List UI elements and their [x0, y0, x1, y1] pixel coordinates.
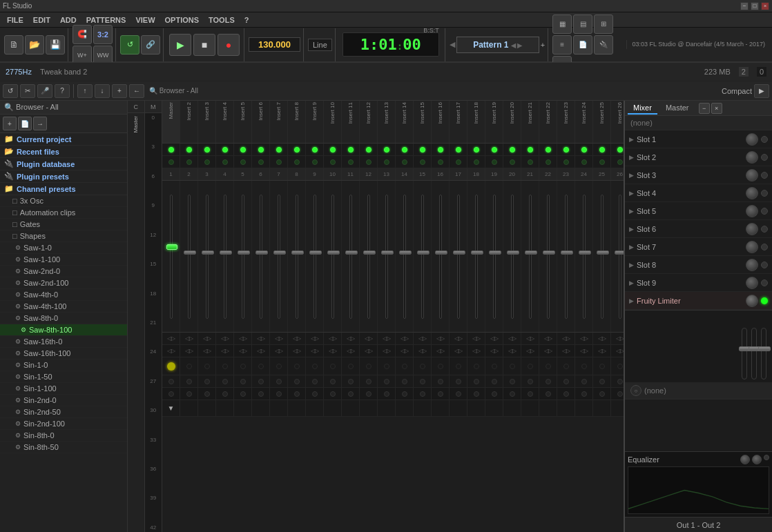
led-cell2-13[interactable] — [378, 156, 396, 168]
fader-strip-15[interactable] — [414, 181, 432, 332]
bottom-led2-23[interactable] — [557, 388, 575, 400]
bottom-led1-13[interactable] — [378, 375, 396, 387]
arrow2-7[interactable]: ◁▷ — [270, 345, 288, 357]
fader-thumb-9[interactable] — [309, 250, 322, 255]
fx-slot-5-led[interactable] — [761, 208, 768, 215]
down-arrow-2[interactable] — [180, 400, 198, 416]
bottom-led2-7[interactable] — [270, 388, 288, 400]
arrow2-24[interactable]: ◁▷ — [575, 345, 593, 357]
panel-minimize-btn[interactable]: − — [699, 103, 710, 114]
fader-thumb-20[interactable] — [507, 250, 519, 255]
fx-slot-none-bottom[interactable]: ○ (none) — [625, 382, 772, 400]
arrow1-15[interactable]: ◁▷ — [414, 333, 432, 344]
fader-3-track[interactable] — [761, 328, 766, 380]
fader-thumb-21[interactable] — [525, 250, 537, 255]
led-cell2-6[interactable] — [252, 156, 270, 168]
fruity-limiter-knob[interactable] — [746, 295, 758, 307]
sidebar-item-saw-16th-100[interactable]: ⚙ Saw-16th-100 — [0, 348, 127, 359]
led-cell2-22[interactable] — [539, 156, 557, 168]
bottom-led1-12[interactable] — [360, 375, 378, 387]
bottom-led1-21[interactable] — [521, 375, 539, 387]
menu-view[interactable]: VIEW — [131, 14, 159, 26]
insert-col-4[interactable]: Insert 4 — [216, 101, 234, 143]
toolbar-icon2[interactable]: ▤ — [573, 14, 592, 34]
led-cell2-24[interactable] — [575, 156, 593, 168]
bottom-led2-5[interactable] — [234, 388, 252, 400]
fader-thumb-16[interactable] — [435, 250, 447, 255]
menu-tools[interactable]: TOOLS — [204, 14, 239, 26]
sidebar-plugin-presets[interactable]: 🔌 Plugin presets — [0, 170, 127, 183]
fader-strip-1[interactable] — [162, 181, 180, 332]
fader-thumb-15[interactable] — [417, 250, 430, 255]
toolbar-new-btn[interactable]: 🗎 — [4, 35, 23, 55]
fx-slot-1[interactable]: ▶ Slot 1 — [625, 130, 772, 148]
sub-tb-scissors[interactable]: ✂ — [20, 84, 35, 98]
indicator-24[interactable] — [575, 357, 593, 375]
arrow1-2[interactable]: ◁▷ — [180, 333, 198, 344]
pattern-prev-btn[interactable]: ◀ — [450, 40, 455, 49]
led-cell-13[interactable] — [378, 144, 396, 155]
led-cell-19[interactable] — [485, 144, 503, 155]
bottom-led2-26[interactable] — [611, 388, 624, 400]
arrow1-4[interactable]: ◁▷ — [216, 333, 234, 344]
bottom-led1-23[interactable] — [557, 375, 575, 387]
fader-strip-5[interactable] — [234, 181, 252, 332]
led-cell-15[interactable] — [414, 144, 432, 155]
fader-3-thumb[interactable] — [758, 346, 771, 351]
fx-slot-5[interactable]: ▶ Slot 5 — [625, 202, 772, 220]
fader-thumb-13[interactable] — [381, 250, 394, 255]
down-arrow-12[interactable] — [360, 400, 378, 416]
bottom-led1-14[interactable] — [396, 375, 414, 387]
indicator-11[interactable] — [342, 357, 360, 375]
down-arrow-7[interactable] — [270, 400, 288, 416]
fx-slot-7-knob[interactable] — [746, 241, 758, 253]
fx-slot-6-led[interactable] — [761, 226, 768, 233]
led-cell-5[interactable] — [234, 144, 252, 155]
indicator-20[interactable] — [503, 357, 521, 375]
led-cell2-2[interactable] — [180, 156, 198, 168]
sidebar-item-saw-4th-100[interactable]: ⚙ Saw-4th-100 — [0, 301, 127, 313]
down-arrow-13[interactable] — [378, 400, 396, 416]
arrow2-11[interactable]: ◁▷ — [342, 345, 360, 357]
led-cell2-18[interactable] — [467, 156, 485, 168]
indicator-8[interactable] — [288, 357, 306, 375]
arrow2-9[interactable]: ◁▷ — [306, 345, 324, 357]
bottom-led1-1[interactable] — [162, 375, 180, 387]
down-arrow-17[interactable] — [450, 400, 467, 416]
fader-strip-2[interactable] — [180, 181, 198, 332]
arrow2-12[interactable]: ◁▷ — [360, 345, 378, 357]
bottom-led1-15[interactable] — [414, 375, 432, 387]
bottom-led2-21[interactable] — [521, 388, 539, 400]
fader-thumb-5[interactable] — [238, 250, 250, 255]
sub-tb-add[interactable]: + — [112, 84, 127, 98]
insert-col-16[interactable]: Insert 16 — [432, 101, 450, 143]
sidebar-item-sin-2nd-100[interactable]: ⚙ Sin-2nd-100 — [0, 418, 127, 430]
insert-col-13[interactable]: Insert 13 — [378, 101, 396, 143]
led-cell-4[interactable] — [216, 144, 234, 155]
transport-play-btn[interactable]: ▶ — [169, 34, 191, 56]
sub-tb-compact-arrow[interactable]: ▶ — [754, 84, 769, 98]
arrow1-9[interactable]: ◁▷ — [306, 333, 324, 344]
fader-thumb-17[interactable] — [453, 250, 465, 255]
sidebar-item-saw-1-0[interactable]: ⚙ Saw-1-0 — [0, 242, 127, 254]
fader-thumb-24[interactable] — [579, 250, 591, 255]
sidebar-item-saw-2nd-100[interactable]: ⚙ Saw-2nd-100 — [0, 277, 127, 289]
down-arrow-1[interactable]: ▼ — [162, 400, 180, 416]
fader-strip-24[interactable] — [575, 181, 593, 332]
toolbar-icon5[interactable]: 📄 — [573, 35, 592, 55]
fader-thumb-10[interactable] — [327, 250, 340, 255]
sub-tb-prev[interactable]: ← — [129, 84, 144, 98]
fader-thumb-26[interactable] — [615, 250, 624, 255]
fader-2-track[interactable] — [751, 328, 757, 380]
fx-slot-4-led[interactable] — [761, 190, 768, 197]
indicator-15[interactable] — [414, 357, 432, 375]
bottom-led1-16[interactable] — [432, 375, 450, 387]
fader-thumb-7[interactable] — [273, 250, 286, 255]
sidebar-item-automation[interactable]: □ Automation clips — [0, 207, 127, 219]
led-cell2-17[interactable] — [450, 156, 467, 168]
arrow1-3[interactable]: ◁▷ — [198, 333, 216, 344]
fader-thumb-12[interactable] — [363, 250, 376, 255]
sidebar-item-saw-4th-0[interactable]: ⚙ Saw-4th-0 — [0, 289, 127, 301]
bottom-led2-25[interactable] — [593, 388, 611, 400]
led-cell2-4[interactable] — [216, 156, 234, 168]
